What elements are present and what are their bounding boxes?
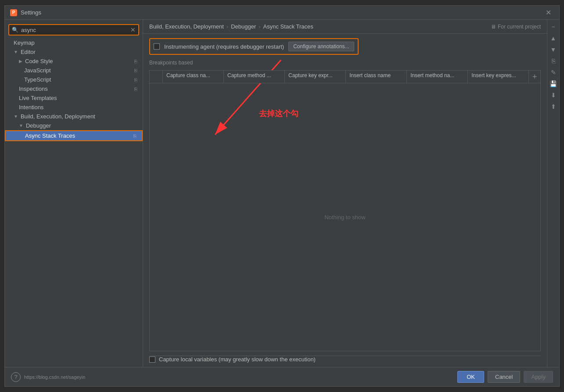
breadcrumb-part1: Build, Execution, Deployment	[149, 23, 224, 30]
right-icon-save[interactable]: 💾	[548, 78, 559, 89]
col-header-capture-class: Capture class na...	[163, 71, 224, 83]
settings-dialog: P Settings ✕ 🔍 ✕ Keymap ▼ Editor ▶	[4, 5, 560, 387]
right-icon-download[interactable]: ⬇	[548, 90, 559, 100]
empty-message: Nothing to show	[324, 214, 365, 221]
help-button[interactable]: ?	[11, 372, 21, 382]
table-body: Nothing to show	[150, 83, 540, 351]
sidebar-item-build[interactable]: ▼ Build, Execution, Deployment	[5, 112, 143, 121]
right-icon-up[interactable]: ▲	[548, 33, 559, 43]
main-content: Build, Execution, Deployment › Debugger …	[143, 20, 547, 367]
table-header: Capture class na... Capture method ... C…	[150, 71, 540, 83]
col-header-insert-class: Insert class name	[346, 71, 407, 83]
dialog-title: Settings	[21, 9, 41, 16]
async-stack-traces-label: Async Stack Traces	[25, 132, 75, 139]
project-icon: 🖥	[491, 24, 496, 30]
intentions-label: Intentions	[19, 104, 43, 110]
close-button[interactable]: ✕	[543, 7, 554, 18]
ok-button[interactable]: OK	[457, 371, 484, 383]
sidebar-item-code-style[interactable]: ▶ Code Style ⎘	[5, 57, 143, 66]
debugger-toggle: ▼	[19, 123, 23, 128]
debugger-label: Debugger	[26, 122, 51, 129]
breadcrumb-part2: Debugger	[231, 23, 256, 30]
col-header-insert-method: Insert method na...	[407, 71, 468, 83]
sidebar-item-javascript[interactable]: JavaScript ⎘	[5, 66, 143, 75]
configure-annotations-button[interactable]: Configure annotations...	[288, 42, 354, 51]
keymap-label: Keymap	[14, 39, 35, 46]
sidebar-item-typescript[interactable]: TypeScript ⎘	[5, 75, 143, 84]
col-header-capture-method: Capture method ...	[224, 71, 285, 83]
breadcrumb-current: Async Stack Traces	[263, 23, 313, 30]
right-icon-copy[interactable]: ⎘	[548, 56, 559, 66]
capture-local-row: Capture local variables (may greatly slo…	[149, 356, 541, 363]
right-icon-edit[interactable]: ✎	[548, 67, 559, 78]
inspections-label: Inspections	[19, 86, 48, 92]
table-add-button[interactable]: +	[529, 71, 540, 83]
javascript-label: JavaScript	[24, 67, 51, 74]
dialog-body: 🔍 ✕ Keymap ▼ Editor ▶ Code Style ⎘ Jav	[5, 20, 559, 367]
capture-local-label: Capture local variables (may greatly slo…	[159, 356, 316, 363]
build-label: Build, Execution, Deployment	[21, 113, 95, 120]
col-header-check	[150, 71, 163, 83]
inspections-copy-icon: ⎘	[134, 86, 137, 92]
sidebar-item-intentions[interactable]: Intentions	[5, 103, 143, 112]
live-templates-label: Live Templates	[19, 95, 57, 101]
search-input[interactable]	[21, 27, 128, 33]
build-toggle: ▼	[14, 114, 18, 119]
sidebar: 🔍 ✕ Keymap ▼ Editor ▶ Code Style ⎘ Jav	[5, 20, 143, 367]
content-area: Build, Execution, Deployment › Debugger …	[143, 20, 559, 367]
breadcrumb-sep1: ›	[226, 23, 228, 30]
right-icon-minus[interactable]: −	[548, 21, 559, 32]
sidebar-item-inspections[interactable]: Inspections ⎘	[5, 84, 143, 93]
editor-toggle: ▼	[14, 50, 18, 54]
content-inner: Instrumenting agent (requires debugger r…	[143, 34, 547, 367]
editor-label: Editor	[21, 49, 36, 55]
search-clear-button[interactable]: ✕	[130, 26, 136, 33]
agent-row: Instrumenting agent (requires debugger r…	[149, 38, 359, 55]
instrumenting-agent-label: Instrumenting agent (requires debugger r…	[164, 43, 284, 50]
sidebar-item-debugger[interactable]: ▼ Debugger	[5, 121, 143, 130]
col-header-capture-key: Capture key expr...	[285, 71, 346, 83]
breakpoints-based-text: Breakpoints based	[149, 60, 193, 66]
sidebar-item-keymap[interactable]: Keymap	[5, 38, 143, 47]
code-style-toggle: ▶	[19, 59, 22, 64]
blog-url: https://blog.csdn.net/sageyin	[24, 374, 85, 380]
title-bar-left: P Settings	[10, 9, 41, 16]
search-box: 🔍 ✕	[8, 24, 139, 36]
capture-local-checkbox[interactable]	[149, 356, 155, 363]
sidebar-item-editor[interactable]: ▼ Editor	[5, 47, 143, 57]
right-icon-upload[interactable]: ⬆	[548, 101, 559, 112]
title-bar: P Settings ✕	[5, 6, 559, 20]
sidebar-item-async-stack-traces[interactable]: Async Stack Traces ⎘	[5, 130, 143, 141]
breadcrumb-sep2: ›	[259, 23, 260, 30]
async-copy-icon: ⎘	[133, 133, 137, 139]
footer-left: ? https://blog.csdn.net/sageyin	[11, 372, 85, 382]
breakpoints-table: Capture class na... Capture method ... C…	[149, 70, 541, 351]
cancel-button[interactable]: Cancel	[488, 371, 520, 383]
code-style-label: Code Style	[25, 58, 53, 64]
sidebar-item-live-templates[interactable]: Live Templates	[5, 93, 143, 103]
breakpoints-label: Breakpoints based	[149, 59, 541, 66]
right-icon-down[interactable]: ▼	[548, 44, 559, 55]
right-icon-panel: − ▲ ▼ ⎘ ✎ 💾 ⬇ ⬆	[547, 20, 559, 367]
typescript-label: TypeScript	[24, 76, 51, 83]
for-current-project: 🖥 For current project	[491, 24, 541, 30]
for-current-project-label: For current project	[498, 24, 541, 30]
ts-copy-icon: ⎘	[134, 77, 137, 82]
search-icon: 🔍	[12, 27, 18, 33]
js-copy-icon: ⎘	[134, 68, 137, 73]
instrumenting-agent-checkbox[interactable]	[154, 43, 160, 50]
col-header-insert-key: Insert key expres...	[468, 71, 529, 83]
dialog-footer: ? https://blog.csdn.net/sageyin OK Cance…	[5, 367, 559, 386]
breadcrumb: Build, Execution, Deployment › Debugger …	[143, 20, 547, 34]
app-icon: P	[10, 9, 17, 16]
agent-section: Instrumenting agent (requires debugger r…	[149, 38, 541, 55]
apply-button[interactable]: Apply	[524, 371, 553, 383]
code-style-copy-icon: ⎘	[134, 59, 137, 64]
footer-right: OK Cancel Apply	[457, 371, 553, 383]
